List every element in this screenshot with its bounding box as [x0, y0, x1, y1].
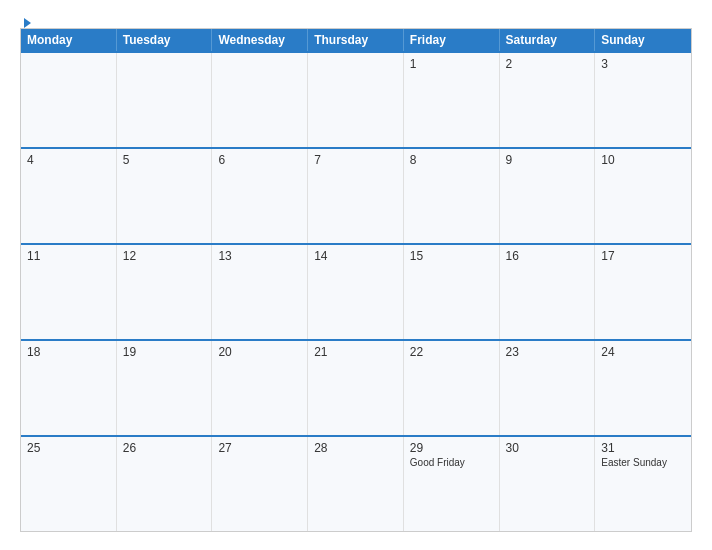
day-cell: 1 [404, 53, 500, 147]
day-number: 24 [601, 345, 685, 359]
day-number: 27 [218, 441, 301, 455]
calendar: MondayTuesdayWednesdayThursdayFridaySatu… [20, 28, 692, 532]
day-header-wednesday: Wednesday [212, 29, 308, 51]
day-number: 16 [506, 249, 589, 263]
day-cell [212, 53, 308, 147]
day-cell: 10 [595, 149, 691, 243]
logo-triangle-icon [24, 18, 31, 28]
day-number: 28 [314, 441, 397, 455]
day-number: 8 [410, 153, 493, 167]
day-number: 1 [410, 57, 493, 71]
day-number: 15 [410, 249, 493, 263]
week-row-5: 2526272829Good Friday3031Easter Sunday [21, 435, 691, 531]
day-number: 14 [314, 249, 397, 263]
day-cell: 8 [404, 149, 500, 243]
day-number: 17 [601, 249, 685, 263]
day-number: 5 [123, 153, 206, 167]
day-cell: 27 [212, 437, 308, 531]
day-number: 12 [123, 249, 206, 263]
day-cell: 7 [308, 149, 404, 243]
day-number: 7 [314, 153, 397, 167]
day-number: 23 [506, 345, 589, 359]
day-number: 6 [218, 153, 301, 167]
day-number: 29 [410, 441, 493, 455]
week-row-1: 123 [21, 51, 691, 147]
day-cell: 30 [500, 437, 596, 531]
day-cell: 15 [404, 245, 500, 339]
day-number: 9 [506, 153, 589, 167]
day-header-thursday: Thursday [308, 29, 404, 51]
day-cell: 17 [595, 245, 691, 339]
day-headers: MondayTuesdayWednesdayThursdayFridaySatu… [21, 29, 691, 51]
day-header-friday: Friday [404, 29, 500, 51]
day-cell: 20 [212, 341, 308, 435]
day-cell [117, 53, 213, 147]
day-number: 25 [27, 441, 110, 455]
day-number: 13 [218, 249, 301, 263]
day-cell: 16 [500, 245, 596, 339]
day-cell: 11 [21, 245, 117, 339]
day-cell: 19 [117, 341, 213, 435]
day-cell: 23 [500, 341, 596, 435]
day-number: 11 [27, 249, 110, 263]
day-cell: 26 [117, 437, 213, 531]
day-number: 2 [506, 57, 589, 71]
day-cell: 14 [308, 245, 404, 339]
day-number: 31 [601, 441, 685, 455]
day-cell: 6 [212, 149, 308, 243]
day-number: 21 [314, 345, 397, 359]
day-cell: 3 [595, 53, 691, 147]
day-cell: 12 [117, 245, 213, 339]
day-cell [308, 53, 404, 147]
day-number: 19 [123, 345, 206, 359]
day-cell: 13 [212, 245, 308, 339]
day-cell: 25 [21, 437, 117, 531]
day-number: 10 [601, 153, 685, 167]
page: MondayTuesdayWednesdayThursdayFridaySatu… [0, 0, 712, 550]
day-cell: 28 [308, 437, 404, 531]
day-header-sunday: Sunday [595, 29, 691, 51]
day-cell [21, 53, 117, 147]
day-cell: 5 [117, 149, 213, 243]
day-cell: 29Good Friday [404, 437, 500, 531]
day-number: 30 [506, 441, 589, 455]
day-number: 4 [27, 153, 110, 167]
day-cell: 9 [500, 149, 596, 243]
day-cell: 2 [500, 53, 596, 147]
day-header-monday: Monday [21, 29, 117, 51]
day-number: 20 [218, 345, 301, 359]
day-event: Good Friday [410, 457, 493, 468]
day-number: 26 [123, 441, 206, 455]
day-cell: 22 [404, 341, 500, 435]
week-row-3: 11121314151617 [21, 243, 691, 339]
day-cell: 18 [21, 341, 117, 435]
day-cell: 24 [595, 341, 691, 435]
logo [20, 18, 31, 28]
day-cell: 31Easter Sunday [595, 437, 691, 531]
week-row-2: 45678910 [21, 147, 691, 243]
day-number: 22 [410, 345, 493, 359]
day-header-saturday: Saturday [500, 29, 596, 51]
day-number: 18 [27, 345, 110, 359]
day-number: 3 [601, 57, 685, 71]
logo-blue-text [20, 18, 31, 28]
day-header-tuesday: Tuesday [117, 29, 213, 51]
day-cell: 21 [308, 341, 404, 435]
day-cell: 4 [21, 149, 117, 243]
weeks: 1234567891011121314151617181920212223242… [21, 51, 691, 531]
week-row-4: 18192021222324 [21, 339, 691, 435]
day-event: Easter Sunday [601, 457, 685, 468]
